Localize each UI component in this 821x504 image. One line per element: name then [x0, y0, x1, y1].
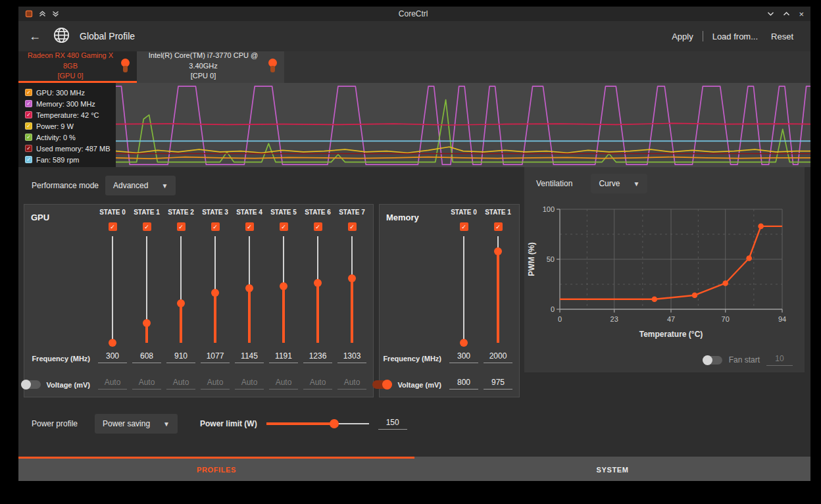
frequency-slider[interactable] — [313, 235, 322, 344]
power-profile-select[interactable]: Power saving▼ — [95, 414, 178, 434]
apply-button[interactable]: Apply — [665, 29, 700, 44]
voltage-input[interactable]: 975 — [484, 378, 512, 390]
legend-label: Fan: 589 rpm — [36, 156, 79, 164]
memory-voltage-toggle[interactable] — [372, 380, 392, 389]
unshade-double-chevron-up-icon[interactable] — [39, 11, 46, 17]
fan-start-toggle[interactable] — [703, 356, 722, 365]
state-checkbox[interactable]: ✓ — [494, 222, 503, 231]
memory-panel-title: Memory — [386, 213, 447, 222]
state-checkbox[interactable]: ✓ — [109, 222, 117, 231]
frequency-slider[interactable] — [211, 235, 220, 344]
legend-checkbox[interactable]: ✓ — [25, 122, 32, 130]
frequency-slider[interactable] — [142, 235, 151, 344]
frequency-slider[interactable] — [245, 235, 254, 344]
device-pin-icon[interactable] — [121, 59, 130, 74]
state-checkbox[interactable]: ✓ — [280, 222, 288, 231]
voltage-input[interactable]: Auto — [201, 378, 230, 390]
frequency-input[interactable]: 300 — [449, 351, 478, 363]
memory-states-panel: Memory Frequency (MHz) Voltage (mV) STAT… — [379, 204, 520, 397]
frequency-slider[interactable] — [279, 235, 288, 344]
frequency-slider[interactable] — [459, 235, 468, 344]
state-checkbox[interactable]: ✓ — [348, 222, 357, 231]
svg-text:100: 100 — [543, 205, 555, 213]
voltage-input[interactable]: 800 — [449, 378, 478, 390]
voltage-input[interactable]: Auto — [337, 378, 366, 390]
profile-header: ← Global Profile Apply Load from... Rese… — [18, 21, 810, 51]
legend-checkbox[interactable]: ✓ — [25, 156, 32, 163]
device-pin-icon[interactable] — [268, 59, 278, 74]
legend-item: ✓GPU: 300 MHz — [25, 87, 116, 98]
ventilation-mode-select[interactable]: Curve▼ — [591, 174, 647, 193]
frequency-slider[interactable] — [347, 235, 357, 344]
fan-curve-point[interactable] — [652, 297, 658, 303]
frequency-input[interactable]: 910 — [166, 351, 195, 363]
frequency-input[interactable]: 608 — [132, 351, 161, 363]
fan-curve-point[interactable] — [758, 224, 764, 230]
legend-checkbox[interactable]: ✓ — [25, 145, 32, 152]
sensor-graph — [116, 83, 810, 167]
legend-checkbox[interactable]: ✓ — [25, 134, 32, 141]
state-label: STATE 3 — [202, 209, 228, 218]
power-limit-slider[interactable] — [266, 419, 369, 428]
reset-button[interactable]: Reset — [764, 29, 800, 44]
tab-system[interactable]: SYSTEM — [414, 457, 810, 481]
state-label: STATE 6 — [305, 209, 331, 218]
voltage-input[interactable]: Auto — [132, 378, 161, 390]
frequency-slider[interactable] — [108, 235, 117, 344]
frequency-input[interactable]: 1303 — [337, 351, 366, 363]
load-from-button[interactable]: Load from... — [706, 29, 764, 44]
voltage-input[interactable]: Auto — [98, 378, 127, 390]
state-label: STATE 5 — [270, 209, 297, 218]
power-limit-input[interactable]: 150 — [378, 418, 407, 430]
state-column: STATE 1✓608Auto — [130, 209, 164, 397]
fan-start-input[interactable]: 10 — [766, 354, 793, 366]
sensor-legend: ✓GPU: 300 MHz✓Memory: 300 MHz✓Temperatur… — [18, 83, 116, 167]
frequency-input[interactable]: 1236 — [303, 351, 332, 363]
legend-checkbox[interactable]: ✓ — [25, 111, 32, 118]
state-checkbox[interactable]: ✓ — [460, 222, 468, 231]
frequency-input[interactable]: 2000 — [484, 351, 512, 363]
svg-text:23: 23 — [610, 315, 618, 323]
state-column: STATE 0✓300Auto — [95, 209, 130, 397]
frequency-input[interactable]: 1077 — [201, 351, 230, 363]
fan-curve-point[interactable] — [722, 280, 728, 286]
performance-mode-select[interactable]: Advanced▼ — [105, 176, 176, 195]
tab-profiles[interactable]: PROFILES — [18, 457, 414, 481]
page-title: Global Profile — [80, 31, 135, 41]
sensor-monitor: ✓GPU: 300 MHz✓Memory: 300 MHz✓Temperatur… — [18, 83, 810, 167]
state-checkbox[interactable]: ✓ — [245, 222, 254, 231]
legend-label: Temperature: 42 °C — [36, 111, 99, 119]
voltage-input[interactable]: Auto — [166, 378, 195, 390]
legend-checkbox[interactable]: ✓ — [25, 100, 32, 107]
legend-checkbox[interactable]: ✓ — [25, 89, 32, 96]
shade-double-chevron-down-icon[interactable] — [52, 11, 59, 17]
maximize-icon[interactable] — [783, 11, 790, 16]
frequency-input[interactable]: 1145 — [235, 351, 264, 363]
main-tabbar: PROFILES SYSTEM — [18, 457, 810, 481]
voltage-input[interactable]: Auto — [235, 378, 264, 390]
tab-cpu-device[interactable]: Intel(R) Core(TM) i7-3770 CPU @ 3.40GHz … — [137, 51, 284, 83]
frequency-input[interactable]: 300 — [98, 351, 127, 363]
frequency-slider[interactable] — [493, 235, 503, 344]
state-checkbox[interactable]: ✓ — [314, 222, 322, 231]
frequency-slider[interactable] — [176, 235, 186, 344]
state-checkbox[interactable]: ✓ — [177, 222, 186, 231]
svg-text:47: 47 — [667, 315, 675, 323]
fan-curve-point[interactable] — [746, 255, 752, 261]
voltage-input[interactable]: Auto — [303, 378, 332, 390]
close-icon[interactable]: × — [799, 10, 804, 18]
fan-curve-point[interactable] — [692, 292, 698, 298]
frequency-input[interactable]: 1191 — [269, 351, 298, 363]
state-column: STATE 4✓1145Auto — [232, 209, 266, 397]
legend-label: Activity: 0 % — [36, 134, 76, 141]
state-column: STATE 0✓300800 — [447, 209, 481, 397]
power-profile-label: Power profile — [32, 419, 78, 428]
back-button[interactable]: ← — [29, 30, 41, 43]
state-checkbox[interactable]: ✓ — [143, 222, 151, 231]
voltage-input[interactable]: Auto — [269, 378, 298, 390]
gpu-voltage-label: Voltage (mV) — [47, 381, 90, 389]
state-checkbox[interactable]: ✓ — [211, 222, 220, 231]
minimize-icon[interactable] — [767, 11, 774, 16]
gpu-voltage-toggle[interactable] — [21, 380, 41, 389]
tab-gpu-device[interactable]: Radeon RX 480 Gaming X 8GB [GPU 0] — [18, 51, 137, 83]
